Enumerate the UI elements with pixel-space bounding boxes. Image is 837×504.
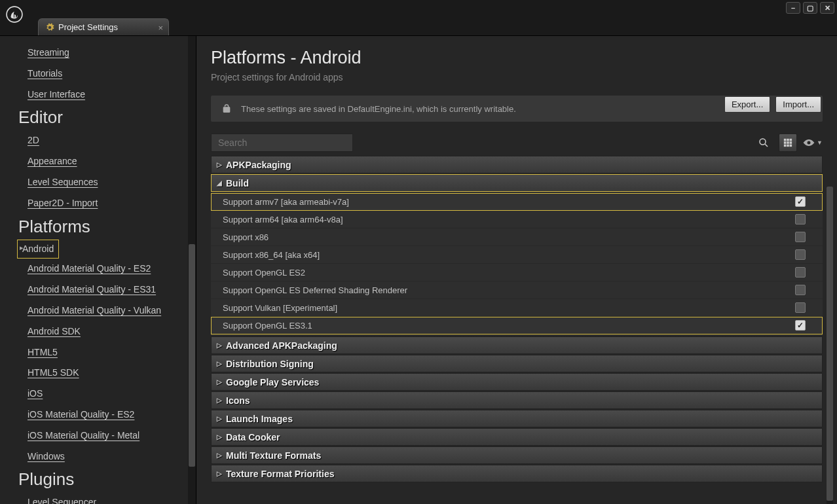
grid-icon <box>783 138 792 147</box>
sidebar-item-android[interactable]: Android <box>17 240 59 259</box>
property-label: Support x86 <box>223 232 795 242</box>
sidebar-group-editor: Editor <box>0 105 188 130</box>
sidebar-item-appearance[interactable]: Appearance <box>0 151 188 172</box>
property-row: Support OpenGL ES Deferred Shading Rende… <box>211 281 823 299</box>
category-label: Launch Images <box>226 414 293 424</box>
titlebar: – ▢ ✕ <box>0 0 837 17</box>
sidebar-item-android-material-quality-vulkan[interactable]: Android Material Quality - Vulkan <box>0 300 188 321</box>
sidebar-item-paper2d-import[interactable]: Paper2D - Import <box>0 193 188 214</box>
sidebar-item-level-sequences[interactable]: Level Sequences <box>0 172 188 193</box>
svg-rect-5 <box>790 139 792 141</box>
property-label: Support arm64 [aka arm64-v8a] <box>223 215 795 225</box>
disclosure-closed-icon: ▷ <box>217 360 222 367</box>
category-label: Distribution Signing <box>226 359 314 369</box>
checkbox[interactable] <box>795 214 806 225</box>
sidebar-scrollbar-thumb[interactable] <box>189 244 195 467</box>
property-row: Support arm64 [aka arm64-v8a] <box>211 211 823 228</box>
sidebar-item-tutorials[interactable]: Tutorials <box>0 63 188 84</box>
category-label: Icons <box>226 395 250 406</box>
category-label: APKPackaging <box>226 160 291 170</box>
checkbox[interactable] <box>795 285 806 295</box>
content-scrollbar-thumb[interactable] <box>827 187 833 501</box>
sidebar-item-ios-material-quality-metal[interactable]: iOS Material Quality - Metal <box>0 425 188 446</box>
sidebar-item-streaming[interactable]: Streaming <box>0 43 188 63</box>
sidebar-item-windows[interactable]: Windows <box>0 446 188 467</box>
sidebar: StreamingTutorialsUser InterfaceEditor2D… <box>0 36 196 504</box>
category-label: Texture Format Priorities <box>226 469 334 479</box>
category-label: Google Play Services <box>226 377 319 387</box>
sidebar-item-level-sequencer[interactable]: Level Sequencer <box>0 492 188 504</box>
search-input[interactable] <box>211 134 353 152</box>
disclosure-closed-icon: ▷ <box>217 433 222 441</box>
sidebar-scrollbar[interactable] <box>188 36 196 504</box>
checkbox[interactable] <box>795 302 806 313</box>
property-row: Support x86 <box>211 228 823 246</box>
disclosure-closed-icon: ▷ <box>217 397 222 404</box>
page-subtitle: Project settings for Android apps <box>211 72 362 82</box>
category-texture-format-priorities[interactable]: ▷Texture Format Priorities <box>211 465 823 482</box>
visibility-button[interactable]: ▼ <box>802 138 823 147</box>
search-row: ▼ <box>211 134 823 152</box>
category-icons[interactable]: ▷Icons <box>211 391 823 409</box>
tab-project-settings[interactable]: Project Settings × <box>38 18 169 35</box>
svg-rect-7 <box>787 141 789 144</box>
disclosure-closed-icon: ▷ <box>217 452 222 459</box>
category-apkpackaging[interactable]: ▷APKPackaging <box>211 156 823 173</box>
unlock-icon <box>221 103 232 114</box>
content-panel: Platforms - Android Project settings for… <box>196 36 837 504</box>
sidebar-item-ios-material-quality-es2[interactable]: iOS Material Quality - ES2 <box>0 405 188 425</box>
sidebar-item-android-material-quality-es2[interactable]: Android Material Quality - ES2 <box>0 259 188 279</box>
property-label: Support armv7 [aka armeabi-v7a] <box>223 197 795 207</box>
checkbox[interactable] <box>795 196 806 207</box>
search-icon[interactable] <box>758 137 770 151</box>
svg-rect-6 <box>784 141 787 144</box>
disclosure-open-icon: ◢ <box>217 179 222 187</box>
export-button[interactable]: Export... <box>724 96 770 113</box>
category-advanced-apkpackaging[interactable]: ▷Advanced APKPackaging <box>211 336 823 354</box>
property-label: Support x86_64 [aka x64] <box>223 250 795 260</box>
svg-rect-10 <box>787 145 789 147</box>
sidebar-item-html5[interactable]: HTML5 <box>0 342 188 363</box>
category-data-cooker[interactable]: ▷Data Cooker <box>211 428 823 446</box>
property-row: Support OpenGL ES3.1 <box>211 317 823 334</box>
grid-view-button[interactable] <box>779 134 797 152</box>
category-build[interactable]: ◢Build <box>211 174 823 192</box>
sidebar-item-user-interface[interactable]: User Interface <box>0 84 188 105</box>
category-label: Multi Texture Formats <box>226 450 321 461</box>
content-scrollbar[interactable] <box>827 187 833 504</box>
sidebar-item-android-sdk[interactable]: Android SDK <box>0 321 188 342</box>
import-button[interactable]: Import... <box>775 96 821 113</box>
checkbox[interactable] <box>795 267 806 278</box>
property-list: Support armv7 [aka armeabi-v7a]Support a… <box>211 192 823 336</box>
svg-point-1 <box>760 139 766 145</box>
disclosure-closed-icon: ▷ <box>217 161 222 168</box>
sidebar-item-ios[interactable]: iOS <box>0 384 188 405</box>
tab-close-icon[interactable]: × <box>158 23 163 33</box>
property-row: Support OpenGL ES2 <box>211 264 823 281</box>
window-controls: – ▢ ✕ <box>786 2 834 14</box>
checkbox[interactable] <box>795 320 806 331</box>
close-button[interactable]: ✕ <box>820 2 834 14</box>
sidebar-group-plugins: Plugins <box>0 467 188 492</box>
category-label: Data Cooker <box>226 432 280 442</box>
property-label: Support OpenGL ES3.1 <box>223 321 795 331</box>
eye-icon <box>802 138 815 147</box>
disclosure-closed-icon: ▷ <box>217 342 222 349</box>
category-multi-texture-formats[interactable]: ▷Multi Texture Formats <box>211 446 823 464</box>
disclosure-closed-icon: ▷ <box>217 378 222 386</box>
category-distribution-signing[interactable]: ▷Distribution Signing <box>211 355 823 372</box>
sidebar-item-2d[interactable]: 2D <box>0 130 188 151</box>
maximize-button[interactable]: ▢ <box>803 2 817 14</box>
category-launch-images[interactable]: ▷Launch Images <box>211 410 823 427</box>
property-row: Support x86_64 [aka x64] <box>211 246 823 264</box>
minimize-button[interactable]: – <box>786 2 800 14</box>
property-label: Support OpenGL ES2 <box>223 268 795 278</box>
checkbox[interactable] <box>795 249 806 260</box>
tab-label: Project Settings <box>58 22 118 32</box>
checkbox[interactable] <box>795 232 806 242</box>
chevron-down-icon: ▼ <box>817 139 823 146</box>
sidebar-item-android-material-quality-es31[interactable]: Android Material Quality - ES31 <box>0 279 188 300</box>
sidebar-item-html5-sdk[interactable]: HTML5 SDK <box>0 363 188 384</box>
category-google-play-services[interactable]: ▷Google Play Services <box>211 373 823 391</box>
disclosure-closed-icon: ▷ <box>217 470 222 477</box>
